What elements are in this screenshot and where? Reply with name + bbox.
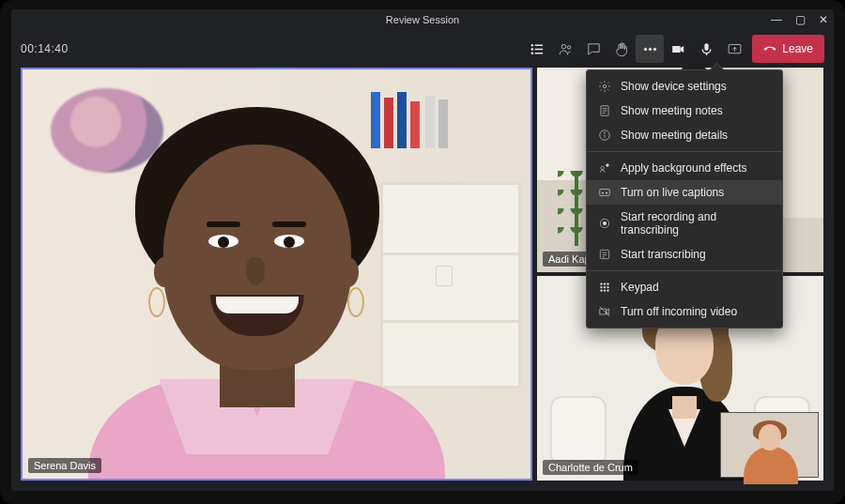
info-icon: [598, 129, 611, 142]
svg-point-32: [601, 286, 603, 288]
svg-rect-22: [600, 190, 610, 196]
svg-line-38: [600, 307, 610, 317]
svg-point-2: [531, 48, 533, 50]
menu-item-meeting-notes[interactable]: Show meeting notes: [587, 99, 782, 123]
microphone-icon[interactable]: [692, 35, 720, 63]
svg-point-21: [601, 166, 605, 170]
menu-separator: [587, 151, 782, 152]
window-title: Review Session: [386, 14, 459, 25]
share-screen-icon[interactable]: [720, 35, 748, 63]
chat-icon[interactable]: [579, 35, 607, 63]
svg-point-29: [601, 283, 603, 285]
svg-point-35: [601, 290, 603, 292]
app-window: Review Session — ▢ ✕ 00:14:40: [11, 9, 834, 491]
window-controls: — ▢ ✕: [771, 9, 828, 30]
list-icon[interactable]: [523, 35, 551, 63]
menu-label: Show meeting notes: [621, 104, 723, 117]
svg-point-37: [607, 290, 609, 292]
menu-label: Turn on live captions: [621, 186, 724, 199]
menu-item-keypad[interactable]: Keypad: [587, 275, 782, 299]
record-icon: [598, 217, 611, 230]
svg-point-10: [653, 48, 656, 51]
transcribe-icon: [598, 248, 611, 261]
sparkle-icon: [598, 161, 611, 175]
people-icon[interactable]: [551, 35, 579, 63]
menu-item-turn-off-incoming-video[interactable]: Turn off incoming video: [587, 299, 782, 324]
leave-button[interactable]: Leave: [752, 35, 824, 63]
captions-icon: [598, 186, 611, 199]
menu-label: Keypad: [621, 281, 659, 294]
svg-point-30: [604, 283, 606, 285]
video-placeholder: [23, 69, 530, 479]
svg-point-4: [531, 52, 533, 53]
svg-point-20: [605, 132, 606, 133]
svg-point-36: [604, 290, 606, 292]
minimize-button[interactable]: —: [771, 14, 782, 25]
menu-label: Show device settings: [621, 80, 727, 93]
gear-icon: [598, 80, 611, 93]
svg-point-0: [531, 44, 533, 46]
menu-label: Start recording and transcribing: [621, 210, 771, 237]
menu-item-start-transcribing[interactable]: Start transcribing: [587, 242, 782, 267]
raise-hand-icon[interactable]: [607, 35, 636, 63]
video-placeholder: [721, 413, 818, 477]
menu-item-background-effects[interactable]: Apply background effects: [587, 156, 782, 180]
titlebar: Review Session — ▢ ✕: [11, 9, 834, 30]
menu-separator: [587, 270, 782, 271]
svg-point-24: [603, 221, 607, 225]
svg-point-9: [649, 48, 652, 51]
menu-item-meeting-details[interactable]: Show meeting details: [587, 123, 782, 147]
keypad-icon: [598, 281, 611, 294]
device-frame: Review Session — ▢ ✕ 00:14:40: [0, 0, 845, 504]
menu-label: Show meeting details: [621, 129, 728, 142]
call-timer: 00:14:40: [21, 42, 69, 55]
more-actions-button[interactable]: [636, 35, 664, 63]
close-button[interactable]: ✕: [819, 14, 828, 25]
menu-label: Turn off incoming video: [621, 305, 737, 318]
camera-icon[interactable]: [664, 35, 692, 63]
menu-item-start-recording[interactable]: Start recording and transcribing: [587, 205, 782, 242]
svg-point-13: [603, 84, 607, 88]
menu-label: Apply background effects: [621, 161, 747, 175]
svg-point-31: [607, 283, 609, 285]
leave-label: Leave: [782, 42, 813, 55]
video-off-icon: [598, 305, 611, 318]
svg-rect-25: [600, 250, 608, 258]
menu-item-live-captions[interactable]: Turn on live captions: [587, 180, 782, 205]
self-view-pip[interactable]: [720, 412, 819, 478]
more-actions-menu: Show device settings Show meeting notes …: [586, 69, 783, 328]
maximize-button[interactable]: ▢: [795, 14, 806, 25]
participant-tile-main[interactable]: Serena Davis: [21, 68, 532, 481]
svg-point-7: [567, 45, 570, 48]
participant-name: Serena Davis: [28, 458, 101, 473]
menu-item-device-settings[interactable]: Show device settings: [587, 74, 782, 99]
svg-point-34: [607, 286, 609, 288]
svg-point-8: [644, 48, 647, 51]
svg-rect-11: [704, 43, 708, 51]
participant-name: Charlotte de Crum: [543, 460, 638, 475]
menu-label: Start transcribing: [621, 248, 706, 261]
notes-icon: [598, 104, 611, 117]
svg-point-6: [561, 44, 566, 49]
svg-point-33: [604, 286, 606, 288]
hangup-icon: [763, 42, 776, 55]
meeting-toolbar: 00:14:40: [11, 30, 834, 68]
